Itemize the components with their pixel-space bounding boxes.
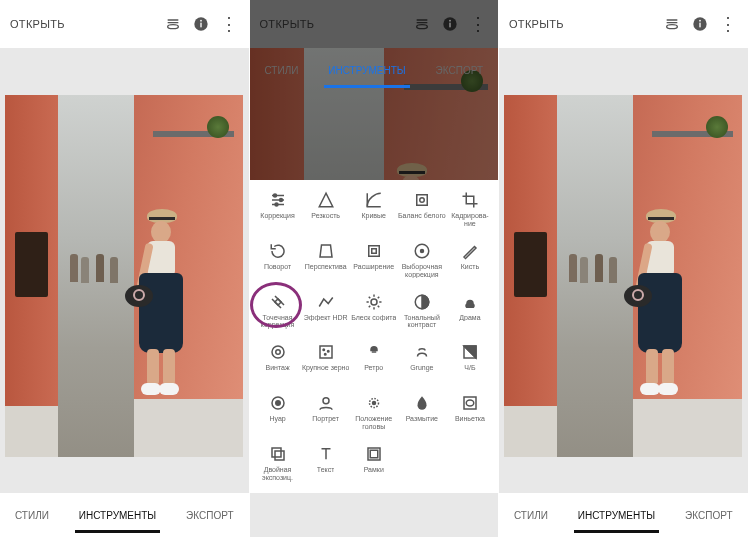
more-icon[interactable]: ⋮ [219, 14, 239, 34]
svg-point-12 [420, 198, 425, 203]
vignette-icon [460, 393, 480, 413]
tab-tools[interactable]: ИНСТРУМЕНТЫ [75, 500, 160, 531]
photo-canvas[interactable] [0, 48, 249, 493]
tool-tune[interactable]: Коррекция [254, 186, 302, 234]
bottom-tabs: СТИЛИ ИНСТРУМЕНТЫ ЭКСПОРТ [250, 48, 499, 92]
whitebalance-icon [412, 190, 432, 210]
stack-icon[interactable] [412, 14, 432, 34]
drama-icon [460, 292, 480, 312]
photo [5, 95, 243, 457]
tool-frames[interactable]: Рамки [350, 440, 398, 488]
tab-export[interactable]: ЭКСПОРТ [182, 500, 237, 531]
tool-details[interactable]: Резкость [302, 186, 350, 234]
tab-export[interactable]: ЭКСПОРТ [681, 500, 736, 531]
svg-rect-37 [370, 450, 378, 458]
tool-label: Коррекция [260, 212, 294, 220]
tool-label: Драма [459, 314, 480, 322]
tool-hdr[interactable]: Эффект HDR [302, 288, 350, 336]
portrait-icon [316, 393, 336, 413]
tool-label: Эффект HDR [304, 314, 348, 322]
info-icon[interactable] [191, 14, 211, 34]
tool-grainyfilm[interactable]: Крупное зерно [302, 338, 350, 386]
tool-selective[interactable]: Выборочная коррекция [398, 237, 446, 285]
svg-point-33 [466, 400, 474, 406]
svg-rect-6 [449, 23, 450, 28]
tool-label: Кисть [461, 263, 479, 271]
tool-label: Размытие [406, 415, 438, 423]
svg-point-10 [275, 203, 278, 206]
tool-text[interactable]: Текст [302, 440, 350, 488]
tab-export[interactable]: ЭКСПОРТ [432, 55, 487, 86]
tool-perspective[interactable]: Перспектива [302, 237, 350, 285]
more-icon[interactable]: ⋮ [718, 14, 738, 34]
screen-editor-main: ОТКРЫТЬ ⋮ СТИЛИ ИНСТРУМЕНТЫ ЭКСПОРТ [0, 0, 250, 537]
tool-brush[interactable]: Кисть [446, 237, 494, 285]
tool-label: Двойная экспозиц. [254, 466, 302, 481]
tool-bw[interactable]: Ч/Б [446, 338, 494, 386]
more-icon[interactable]: ⋮ [468, 14, 488, 34]
open-button[interactable]: ОТКРЫТЬ [509, 18, 654, 30]
vintage-icon [268, 342, 288, 362]
tab-styles[interactable]: СТИЛИ [260, 55, 302, 86]
brush-icon [460, 241, 480, 261]
photo [504, 95, 742, 457]
tab-styles[interactable]: СТИЛИ [11, 500, 53, 531]
tool-portrait[interactable]: Портрет [302, 389, 350, 437]
tool-doubleexp[interactable]: Двойная экспозиц. [254, 440, 302, 488]
tool-headpose[interactable]: Положение головы [350, 389, 398, 437]
tool-curves[interactable]: Кривые [350, 186, 398, 234]
tool-vintage[interactable]: Винтаж [254, 338, 302, 386]
tool-label: Кривые [361, 212, 386, 220]
tool-label: Текст [317, 466, 335, 474]
info-icon[interactable] [440, 14, 460, 34]
details-icon [316, 190, 336, 210]
svg-rect-35 [275, 451, 284, 460]
tab-tools[interactable]: ИНСТРУМЕНТЫ [574, 500, 659, 531]
svg-point-19 [272, 346, 284, 358]
tab-styles[interactable]: СТИЛИ [510, 500, 552, 531]
noir-icon [268, 393, 288, 413]
tool-vignette[interactable]: Виньетка [446, 389, 494, 437]
open-button[interactable]: ОТКРЫТЬ [10, 18, 155, 30]
tool-label: Перспектива [305, 263, 347, 271]
svg-rect-21 [320, 346, 332, 358]
topbar: ОТКРЫТЬ ⋮ [0, 0, 249, 48]
tool-label: Нуар [269, 415, 285, 423]
svg-point-9 [279, 199, 282, 202]
svg-point-15 [420, 249, 423, 252]
photo-canvas[interactable] [499, 48, 748, 493]
svg-rect-25 [371, 352, 376, 354]
tool-label: Виньетка [455, 415, 485, 423]
tool-crop[interactable]: Кадрирова-ние [446, 186, 494, 234]
tool-noir[interactable]: Нуар [254, 389, 302, 437]
stack-icon[interactable] [662, 14, 682, 34]
bw-icon [460, 342, 480, 362]
open-button[interactable]: ОТКРЫТЬ [260, 18, 405, 30]
tool-retrolux[interactable]: Ретро [350, 338, 398, 386]
tool-drama[interactable]: Драма [446, 288, 494, 336]
tool-label: Портрет [312, 415, 339, 423]
svg-point-4 [417, 25, 428, 29]
svg-point-38 [666, 25, 677, 29]
svg-point-24 [324, 354, 326, 356]
tool-tonalcontrast[interactable]: Тональный контраст [398, 288, 446, 336]
tool-expand[interactable]: Расширение [350, 237, 398, 285]
tab-tools[interactable]: ИНСТРУМЕНТЫ [324, 55, 409, 86]
tool-whitebalance[interactable]: Баланс белого [398, 186, 446, 234]
stack-icon[interactable] [163, 14, 183, 34]
doubleexp-icon [268, 444, 288, 464]
rotate-icon [268, 241, 288, 261]
tool-rotate[interactable]: Поворот [254, 237, 302, 285]
grainyfilm-icon [316, 342, 336, 362]
tool-glamour[interactable]: Блеск софита [350, 288, 398, 336]
info-icon[interactable] [690, 14, 710, 34]
tool-label: Баланс белого [398, 212, 446, 220]
tool-label: Тональный контраст [398, 314, 446, 329]
tool-grunge[interactable]: Grunge [398, 338, 446, 386]
svg-rect-34 [272, 448, 281, 457]
glamour-icon [364, 292, 384, 312]
svg-rect-11 [417, 195, 428, 206]
tool-lensblur[interactable]: Размытие [398, 389, 446, 437]
svg-point-22 [323, 349, 325, 351]
tool-label: Расширение [353, 263, 394, 271]
